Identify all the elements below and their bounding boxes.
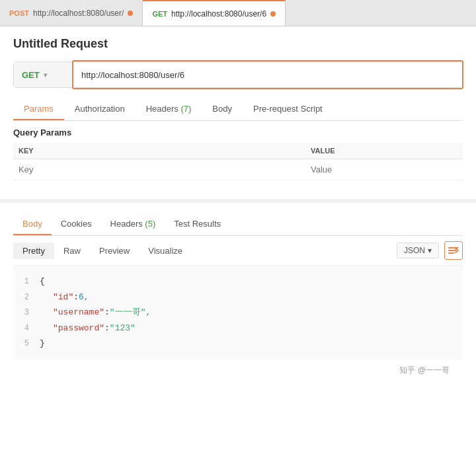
json-val-id: 6, [79,289,89,305]
tab-bar: POST http://localhost:8080/user/ GET htt… [0,0,476,26]
tab-pre-request[interactable]: Pre-request Script [243,98,333,120]
tab-body[interactable]: Body [202,98,243,120]
tab-params-label: Params [24,104,54,114]
response-section: Body Cookies Headers (5) Test Results Pr… [0,211,476,392]
resp-tab-cookies-label: Cookies [61,219,92,229]
json-line-2: 2 "id" : 6, [13,289,463,305]
tab-post[interactable]: POST http://localhost:8080/user/ [0,0,143,26]
headers-badge: (7) [180,104,191,114]
resp-tab-headers[interactable]: Headers (5) [101,213,165,235]
request-tabs: Params Authorization Headers (7) Body Pr… [13,98,463,121]
line-num-3: 3 [13,306,40,321]
format-visualize-label: Visualize [148,246,182,256]
resp-tab-headers-label: Headers [110,219,145,229]
params-value-input[interactable] [311,165,457,174]
params-key-input[interactable] [19,165,300,174]
format-visualize[interactable]: Visualize [139,243,192,259]
format-preview-label: Preview [99,246,130,256]
params-table: KEY VALUE [13,143,463,180]
tab-headers-label: Headers [146,104,181,114]
json-brace-close: } [40,336,45,351]
format-pretty-label: Pretty [22,246,45,256]
method-label: GET [22,70,40,80]
tab-get[interactable]: GET http://localhost:8080/user/6 [143,0,286,26]
format-pretty[interactable]: Pretty [13,243,54,259]
format-raw-label: Raw [63,246,81,256]
line-num-2: 2 [13,291,40,305]
json-line-1: 1 { [13,274,463,289]
method-select[interactable]: GET ▾ [14,62,73,87]
params-key-cell[interactable] [13,159,305,180]
json-colon-username: : [104,305,110,320]
section-divider [0,199,476,203]
tab-body-label: Body [212,104,232,114]
tab-get-dot [270,11,276,17]
url-row: GET ▾ [13,61,463,88]
json-format-label: JSON [404,246,425,255]
chevron-down-icon: ▾ [44,71,47,79]
tab-get-url: http://localhost:8080/user/6 [171,9,266,19]
chevron-down-icon: ▾ [428,246,432,255]
json-line-5: 5 } [13,336,463,352]
tab-post-method: POST [9,9,29,17]
json-key-id: "id" [53,289,73,305]
json-format-select[interactable]: JSON ▾ [397,243,439,258]
url-input-wrapper [73,62,462,87]
json-colon-id: : [73,289,79,305]
resp-tab-cookies[interactable]: Cookies [52,213,101,235]
watermark: 知乎 @一一哥 [13,360,463,381]
resp-tab-test-results[interactable]: Test Results [165,213,230,235]
json-body: 1 { 2 "id" : 6, 3 "username" : "一一哥", 4 … [13,266,463,360]
tab-authorization[interactable]: Authorization [64,98,136,120]
request-title: Untitled Request [13,37,463,51]
tab-post-url: http://localhost:8080/user/ [33,9,124,18]
wrap-lines-icon [448,245,459,256]
tab-authorization-label: Authorization [75,104,125,114]
json-brace-open: { [40,274,45,289]
wrap-icon-button[interactable] [444,241,463,260]
tab-params[interactable]: Params [13,98,64,120]
json-key-password: "password" [53,321,104,336]
query-params-header: Query Params [13,121,463,143]
resp-tab-body[interactable]: Body [13,213,52,235]
format-raw[interactable]: Raw [54,243,90,259]
tab-headers[interactable]: Headers (7) [136,98,202,120]
url-input[interactable] [73,62,462,87]
format-bar: Pretty Raw Preview Visualize JSON ▾ [13,236,463,266]
col-value-header: VALUE [305,143,463,159]
response-tabs: Body Cookies Headers (5) Test Results [13,211,463,236]
json-key-username: "username" [53,305,104,320]
main-content: Untitled Request GET ▾ Params Authorizat… [0,26,476,191]
line-num-1: 1 [13,275,40,289]
format-preview[interactable]: Preview [90,243,139,259]
json-val-username: "一一哥", [110,305,151,320]
tab-pre-request-label: Pre-request Script [253,104,323,114]
params-value-cell[interactable] [305,159,463,180]
params-empty-row [13,159,463,180]
tab-post-dot [128,11,133,16]
line-num-5: 5 [13,337,40,352]
resp-tab-body-label: Body [22,219,42,229]
line-num-4: 4 [13,322,40,336]
json-val-password: "123" [110,321,136,336]
resp-headers-badge: (5) [145,219,155,229]
json-line-3: 3 "username" : "一一哥", [13,305,463,321]
tab-get-method: GET [152,10,167,18]
json-colon-password: : [104,321,110,336]
json-line-4: 4 "password" : "123" [13,321,463,336]
resp-tab-test-results-label: Test Results [174,219,221,229]
col-key-header: KEY [13,143,305,159]
